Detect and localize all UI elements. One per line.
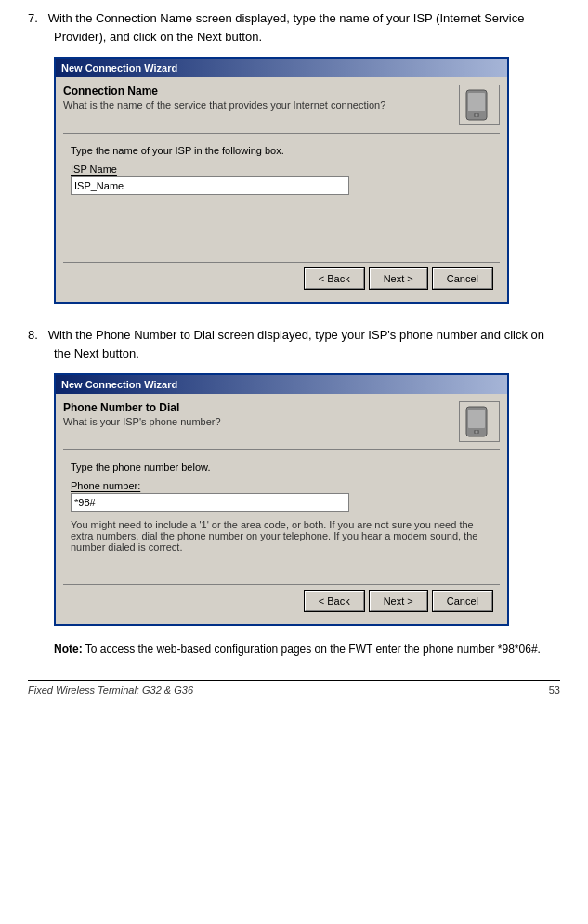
- svg-rect-1: [468, 93, 485, 111]
- dialog-2-titlebar: New Connection Wizard: [56, 375, 507, 394]
- dialog-1-header-subtitle: What is the name of the service that pro…: [63, 99, 451, 111]
- dialog-1-back-button[interactable]: < Back: [305, 268, 364, 289]
- isp-name-input[interactable]: [71, 176, 349, 195]
- phone-icon-2: [463, 405, 496, 438]
- dialog-2-body: Phone Number to Dial What is your ISP's …: [56, 394, 507, 624]
- page-footer: Fixed Wireless Terminal: G32 & G36 53: [28, 680, 560, 696]
- dialog-2-footer: < Back Next > Cancel: [63, 584, 500, 617]
- dialog-1-header-text: Connection Name What is the name of the …: [63, 85, 451, 111]
- dialog-2-header-subtitle: What is your ISP's phone number?: [63, 416, 451, 427]
- dialog-2-instruction: Type the phone number below.: [71, 462, 492, 473]
- dialog-1-content: Type the name of your ISP in the followi…: [63, 141, 500, 262]
- svg-point-3: [476, 114, 478, 117]
- phone-number-input[interactable]: [71, 493, 349, 512]
- dialog-2-note: You might need to include a '1' or the a…: [71, 519, 492, 553]
- phone-icon: [463, 88, 496, 122]
- step-8: 8. With the Phone Number to Dial screen …: [28, 326, 560, 657]
- dialog-1-cancel-button[interactable]: Cancel: [433, 268, 492, 289]
- dialog-1-header: Connection Name What is the name of the …: [63, 85, 500, 134]
- note-text: To access the web-based configuration pa…: [85, 643, 541, 656]
- svg-point-7: [476, 431, 478, 434]
- phone-number-label: Phone number:: [71, 480, 492, 491]
- dialog-1: New Connection Wizard Connection Name Wh…: [54, 57, 509, 304]
- footer-left: Fixed Wireless Terminal: G32 & G36: [28, 684, 193, 696]
- dialog-1-instruction: Type the name of your ISP in the followi…: [71, 145, 492, 156]
- step-7: 7. With the Connection Name screen displ…: [28, 9, 560, 304]
- dialog-1-spacer: [71, 202, 492, 258]
- dialog-2-title: New Connection Wizard: [61, 379, 177, 390]
- note-section: Note: To access the web-based configurat…: [54, 641, 560, 657]
- step-8-text: 8. With the Phone Number to Dial screen …: [28, 326, 560, 362]
- dialog-1-next-button[interactable]: Next >: [370, 268, 427, 289]
- dialog-2-spacer: [71, 553, 492, 580]
- dialog-1-body: Connection Name What is the name of the …: [56, 77, 507, 302]
- dialog-2-icon: [459, 401, 500, 442]
- isp-name-label: ISP Name: [71, 163, 492, 175]
- dialog-2-header-title: Phone Number to Dial: [63, 401, 451, 414]
- step-7-description: With the Connection Name screen displaye…: [48, 11, 525, 44]
- note-label: Note:: [54, 643, 83, 656]
- step-7-text: 7. With the Connection Name screen displ…: [28, 9, 560, 46]
- dialog-1-title: New Connection Wizard: [61, 62, 177, 73]
- dialog-2-cancel-button[interactable]: Cancel: [433, 591, 492, 611]
- step-8-description: With the Phone Number to Dial screen dis…: [48, 328, 544, 360]
- dialog-2-header-text: Phone Number to Dial What is your ISP's …: [63, 401, 451, 427]
- dialog-1-header-title: Connection Name: [63, 85, 451, 98]
- dialog-1-footer: < Back Next > Cancel: [63, 262, 500, 294]
- dialog-1-icon: [459, 85, 500, 125]
- dialog-2: New Connection Wizard Phone Number to Di…: [54, 373, 509, 626]
- step-7-number: 7.: [28, 11, 38, 25]
- svg-rect-5: [468, 410, 485, 428]
- dialog-2-back-button[interactable]: < Back: [305, 591, 364, 611]
- footer-right: 53: [549, 684, 560, 696]
- dialog-2-header: Phone Number to Dial What is your ISP's …: [63, 401, 500, 450]
- dialog-1-titlebar: New Connection Wizard: [56, 59, 507, 77]
- step-8-number: 8.: [28, 328, 38, 342]
- dialog-2-content: Type the phone number below. Phone numbe…: [63, 458, 500, 584]
- dialog-2-next-button[interactable]: Next >: [370, 591, 427, 611]
